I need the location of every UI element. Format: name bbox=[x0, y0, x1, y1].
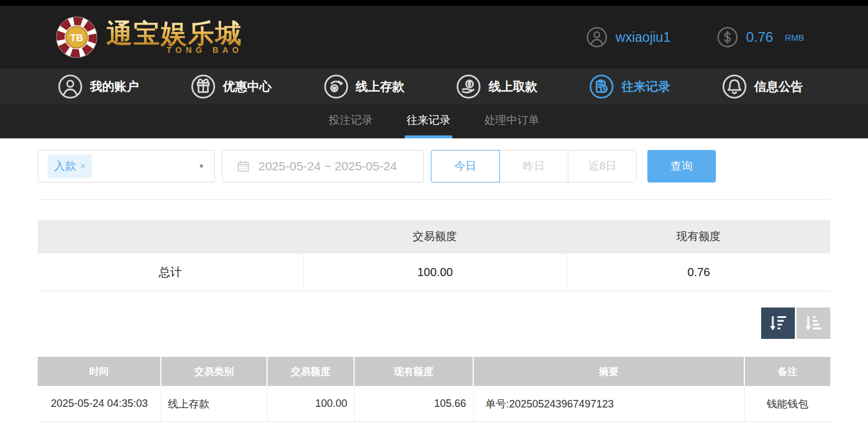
tab-transaction-records[interactable]: 往来记录 bbox=[405, 105, 452, 138]
withdraw-icon bbox=[456, 74, 481, 99]
nav-item-promotions[interactable]: 优惠中心 bbox=[191, 74, 272, 99]
account-icon bbox=[58, 74, 82, 99]
nav-label: 信息公告 bbox=[754, 78, 803, 95]
nav-label: 往来记录 bbox=[621, 78, 670, 95]
sort-descending-button[interactable] bbox=[761, 307, 795, 339]
nav-label: 优惠中心 bbox=[223, 78, 272, 95]
nav-item-transaction-records[interactable]: 往来记录 bbox=[589, 74, 670, 99]
chevron-down-icon: ▼ bbox=[198, 162, 205, 170]
cell-amount: 100.00 bbox=[268, 386, 355, 421]
balance-amount: 0.76 bbox=[746, 29, 773, 45]
sort-controls bbox=[38, 307, 830, 339]
quick-date-button-group: 今日 昨日 近8日 bbox=[431, 150, 637, 183]
site-logo[interactable]: TB 通宝娱乐城 TONG BAO bbox=[55, 16, 243, 59]
cell-balance: 105.66 bbox=[355, 386, 474, 421]
filter-row: 入款 × ▼ 2025-05-24 ~ 2025-05-24 今日 昨日 近8日… bbox=[38, 150, 830, 183]
sort-descending-icon bbox=[768, 314, 788, 332]
announcement-bell-icon bbox=[722, 74, 747, 99]
nav-label: 我的账户 bbox=[90, 78, 139, 95]
search-button[interactable]: 查询 bbox=[647, 150, 716, 183]
last-8-days-button[interactable]: 近8日 bbox=[568, 150, 637, 183]
col-header-time: 时间 bbox=[38, 357, 161, 386]
yesterday-button[interactable]: 昨日 bbox=[499, 150, 568, 183]
col-header-type: 交易类别 bbox=[161, 357, 268, 386]
cell-summary: 单号:202505243967497123 bbox=[474, 386, 745, 421]
username: wxiaojiu1 bbox=[615, 30, 671, 45]
nav-item-announcements[interactable]: 信息公告 bbox=[722, 74, 803, 99]
section-divider bbox=[38, 199, 830, 200]
site-subtitle: TONG BAO bbox=[167, 45, 243, 55]
summary-total-row: 总计 100.00 0.76 bbox=[38, 253, 830, 291]
summary-header-row: 交易额度 现有额度 bbox=[38, 220, 830, 253]
summary-total-current-amount: 0.76 bbox=[567, 253, 830, 291]
calendar-icon bbox=[236, 159, 250, 173]
transaction-type-select[interactable]: 入款 × ▼ bbox=[38, 150, 215, 183]
site-title: 通宝娱乐城 bbox=[106, 20, 243, 47]
summary-header-current-amount: 现有额度 bbox=[567, 220, 830, 253]
col-header-note: 备注 bbox=[745, 357, 830, 386]
sub-nav: 投注记录 往来记录 处理中订单 bbox=[0, 105, 868, 138]
nav-label: 线上存款 bbox=[356, 78, 405, 95]
today-button[interactable]: 今日 bbox=[431, 150, 500, 183]
sort-ascending-button[interactable] bbox=[797, 307, 830, 339]
col-header-amount: 交易额度 bbox=[268, 357, 355, 386]
summary-table: 交易额度 现有额度 总计 100.00 0.76 bbox=[38, 220, 830, 291]
date-range-picker[interactable]: 2025-05-24 ~ 2025-05-24 bbox=[222, 150, 424, 183]
casino-chip-logo-icon: TB bbox=[55, 16, 98, 59]
nav-item-withdraw[interactable]: 线上取款 bbox=[456, 74, 537, 99]
cell-note: 钱能钱包 bbox=[745, 386, 830, 421]
records-header-row: 时间 交易类别 交易额度 现有额度 摘要 备注 bbox=[38, 357, 830, 386]
nav-item-deposit[interactable]: 线上存款 bbox=[324, 74, 405, 99]
tab-betting-records[interactable]: 投注记录 bbox=[327, 105, 374, 138]
summary-total-label: 总计 bbox=[38, 253, 303, 291]
tag-label: 入款 bbox=[54, 159, 76, 174]
tag-close-icon[interactable]: × bbox=[80, 161, 85, 171]
promo-gift-icon bbox=[191, 74, 215, 99]
date-range-value: 2025-05-24 ~ 2025-05-24 bbox=[258, 159, 397, 173]
summary-header-trade-amount: 交易额度 bbox=[303, 220, 567, 253]
user-avatar-icon bbox=[586, 27, 607, 48]
user-account-link[interactable]: wxiaojiu1 bbox=[586, 27, 671, 48]
balance-currency: RMB bbox=[785, 33, 804, 42]
col-header-summary: 摘要 bbox=[474, 357, 745, 386]
sort-ascending-icon bbox=[804, 314, 823, 332]
svg-text:TB: TB bbox=[70, 33, 84, 44]
top-strip bbox=[0, 0, 868, 6]
deposit-icon bbox=[324, 74, 348, 99]
cell-time: 2025-05-24 04:35:03 bbox=[38, 386, 161, 421]
dollar-coin-icon bbox=[717, 27, 738, 48]
nav-item-my-account[interactable]: 我的账户 bbox=[58, 74, 139, 99]
records-icon bbox=[589, 74, 614, 99]
table-row: 2025-05-24 04:35:03 线上存款 100.00 105.66 单… bbox=[38, 386, 830, 422]
nav-label: 线上取款 bbox=[488, 78, 537, 95]
selected-type-tag: 入款 × bbox=[48, 155, 92, 178]
summary-header-empty bbox=[38, 220, 303, 253]
site-header: TB 通宝娱乐城 TONG BAO wxiaojiu1 bbox=[0, 6, 868, 69]
records-table: 时间 交易类别 交易额度 现有额度 摘要 备注 2025-05-24 04:35… bbox=[38, 357, 830, 422]
tab-pending-orders[interactable]: 处理中订单 bbox=[482, 105, 541, 138]
col-header-balance: 现有额度 bbox=[355, 357, 474, 386]
summary-total-trade-amount: 100.00 bbox=[303, 253, 567, 291]
balance-display[interactable]: 0.76 RMB bbox=[717, 27, 804, 48]
cell-type: 线上存款 bbox=[161, 386, 268, 421]
main-nav: 我的账户 优惠中心 线上存款 bbox=[0, 69, 868, 105]
